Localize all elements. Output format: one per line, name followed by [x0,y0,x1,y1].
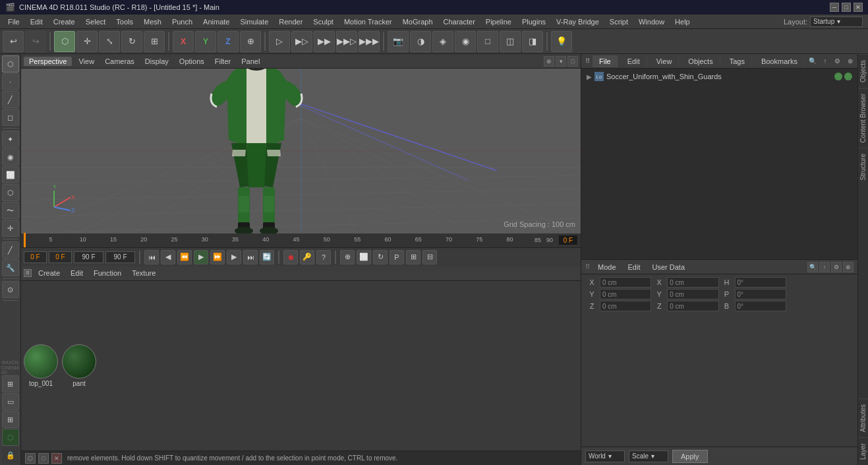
menu-animate[interactable]: Animate [198,16,235,27]
menu-tools[interactable]: Tools [111,16,138,27]
move-button[interactable]: ✛ [76,31,98,52]
lt-grid[interactable]: ⊞ [2,411,19,428]
material-pant[interactable]: pant [62,344,96,387]
menu-window[interactable]: Window [633,16,670,27]
lt-poly-selection[interactable]: ⬡ [2,184,19,201]
vp-menu-display[interactable]: Display [141,56,173,67]
lt-objects-mode[interactable]: ⬡ [2,55,19,73]
motion-system-button[interactable]: ⊞ [406,250,420,264]
om-expand-icon[interactable]: ⊕ [845,56,855,67]
lt-floor[interactable]: ▭ [2,393,19,410]
transform-button[interactable]: ⊞ [144,31,165,52]
side-tab-attributes[interactable]: Attributes [858,398,868,437]
view-shading-button[interactable]: ◑ [410,31,431,52]
object-render-dot[interactable] [844,73,852,80]
attr-x-pos[interactable]: 0 cm [600,277,651,288]
attr-up-icon[interactable]: ↑ [819,262,830,272]
menu-help[interactable]: Help [670,16,695,27]
lt-render-settings[interactable]: ⬡ [2,429,19,446]
layout-dropdown[interactable]: Startup ▾ [810,16,863,27]
object-vis-dot[interactable] [834,73,842,80]
menu-edit[interactable]: Edit [25,16,48,27]
mp-menu-texture[interactable]: Texture [128,268,159,278]
vp-menu-cameras[interactable]: Cameras [101,56,138,67]
vp-menu-options[interactable]: Options [175,56,208,67]
menu-script[interactable]: Script [604,16,633,27]
goto-end-button[interactable]: ⏭ [243,250,258,264]
vp-expand-button[interactable]: ⊕ [544,56,554,67]
key-selection-button[interactable]: ⬜ [357,250,371,264]
next-frame-button[interactable]: ▶ [227,250,241,264]
lt-polygons-mode[interactable]: ◻ [2,109,19,126]
attr-tab-edit[interactable]: Edit [624,262,645,272]
status-icon-x[interactable]: ✕ [51,453,62,464]
lt-points-mode[interactable]: · [2,73,19,90]
lt-snap-settings[interactable]: ⊞ [2,375,19,392]
prev-frame-button[interactable]: ◀ [161,250,175,264]
render-to-picture-button[interactable]: ▶▶▶ [359,31,380,52]
x-axis-button[interactable]: X [173,31,194,52]
close-button[interactable]: ✕ [854,3,863,12]
menu-character[interactable]: Character [438,16,480,27]
menu-render[interactable]: Render [274,16,308,27]
start-frame-input[interactable]: 0 F [24,251,47,263]
mp-menu-function[interactable]: Function [90,268,125,278]
model-mode-button[interactable]: ⬡ [54,31,75,52]
view-xray-button[interactable]: ◉ [455,31,476,52]
world-axis-button[interactable]: ⊕ [240,31,261,52]
menu-simulate[interactable]: Simulate [235,16,274,27]
om-tab-objects[interactable]: Objects [681,55,720,67]
attr-z-pos[interactable]: 0 cm [600,301,651,311]
om-settings-icon[interactable]: ⚙ [832,56,843,67]
view-wireframe-button[interactable]: □ [477,31,498,52]
om-up-icon[interactable]: ↑ [820,56,830,67]
attr-search-icon[interactable]: 🔍 [807,262,818,272]
record-button[interactable]: ⏺ [283,250,298,264]
viewport-3d[interactable]: Grid Spacing : 100 cm X Y Z [21,69,581,233]
current-frame-input[interactable]: 0 F [49,251,72,263]
scale-dropdown[interactable]: Scale ▾ [629,450,668,462]
side-tab-content-browser[interactable]: Content Browser [858,88,868,148]
om-tab-bookmarks[interactable]: Bookmarks [755,55,805,67]
lt-texture-axis[interactable]: ✦ [2,131,19,148]
motion-path-button[interactable]: ⊕ [340,250,355,264]
lt-move-tool[interactable]: ✛ [2,220,19,237]
y-axis-button[interactable]: Y [195,31,216,52]
loop-button[interactable]: 🔄 [260,250,274,264]
next-key-button[interactable]: ⏩ [210,250,225,264]
attr-settings-icon[interactable]: ⚙ [831,262,842,272]
frame-all-button[interactable]: ⊟ [422,250,437,264]
light-button[interactable]: 💡 [551,31,572,52]
playback-end-input[interactable]: 90 F [105,251,135,263]
vp-down-button[interactable]: ▾ [556,56,566,67]
auto-key-button[interactable]: 🔑 [300,250,314,264]
lt-magnet[interactable]: 🔧 [2,259,19,276]
lt-rect-selection[interactable]: ⬜ [2,166,19,183]
menu-plugins[interactable]: Plugins [517,16,551,27]
attr-x-size[interactable]: 0 cm [667,277,718,288]
lt-snake-hook[interactable]: ⊙ [2,281,19,298]
material-top001[interactable]: top_001 [24,344,58,387]
side-tab-layer[interactable]: Layer [858,437,868,465]
menu-mograph[interactable]: MoGraph [397,16,438,27]
object-item-soccer-uniform[interactable]: ▶ Lo Soccer_Uniform_with_Shin_Guards [583,70,856,83]
timeline-button[interactable]: ↻ [373,250,388,264]
lt-line-tool[interactable]: ╱ [2,241,19,259]
vp-menu-view[interactable]: View [74,56,98,67]
om-tab-tags[interactable]: Tags [723,55,752,67]
mp-menu-edit[interactable]: Edit [67,268,87,278]
om-tab-file[interactable]: File [593,55,618,67]
lt-live-selection[interactable]: ◉ [2,148,19,166]
redo-button[interactable]: ↪ [25,31,46,52]
menu-punch[interactable]: Punch [167,16,198,27]
attr-expand-icon[interactable]: ⊕ [843,262,854,272]
undo-button[interactable]: ↩ [3,31,24,52]
end-frame-input[interactable]: 90 F [74,251,103,263]
menu-mesh[interactable]: Mesh [138,16,167,27]
minimize-button[interactable]: ─ [830,3,839,12]
motion-clip-button[interactable]: P [390,250,404,264]
lt-freehand-selection[interactable]: 〜 [2,202,19,219]
render-viewport-button[interactable]: ▶▶ [314,31,335,52]
view-option1-button[interactable]: ◫ [500,31,521,52]
menu-select[interactable]: Select [80,16,111,27]
